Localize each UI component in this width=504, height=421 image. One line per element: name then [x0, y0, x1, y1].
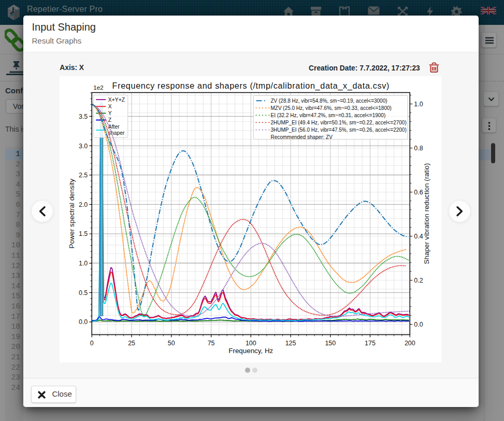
svg-text:25: 25: [128, 340, 136, 347]
svg-text:X+Y+Z: X+Y+Z: [108, 97, 125, 103]
svg-text:2HUMP_EI (49.4 Hz, vibr=50.1%,: 2HUMP_EI (49.4 Hz, vibr=50.1%, sm~=0.22,…: [271, 120, 407, 125]
svg-text:ZV (28.8 Hz, vibr=54.8%, sm~=0: ZV (28.8 Hz, vibr=54.8%, sm~=0.19, accel…: [271, 98, 387, 104]
svg-text:Power spectral density: Power spectral density: [68, 178, 76, 248]
svg-text:75: 75: [208, 340, 215, 347]
svg-text:0.5: 0.5: [79, 289, 88, 297]
svg-text:0: 0: [90, 340, 94, 347]
svg-text:175: 175: [365, 340, 376, 347]
svg-text:200: 200: [405, 340, 415, 347]
svg-text:0.4: 0.4: [414, 233, 423, 240]
svg-text:1.0: 1.0: [79, 260, 88, 267]
svg-text:125: 125: [285, 340, 296, 347]
svg-text:2.5: 2.5: [79, 172, 88, 179]
svg-text:0.0: 0.0: [79, 318, 88, 326]
svg-text:0.6: 0.6: [414, 189, 423, 196]
svg-text:100: 100: [246, 340, 256, 347]
svg-text:Frequency response and shapers: Frequency response and shapers (/tmp/cal…: [112, 81, 390, 91]
svg-text:Recommended shaper: ZV: Recommended shaper: ZV: [271, 134, 333, 140]
svg-text:X: X: [108, 104, 112, 109]
svg-text:3HUMP_EI (56.0 Hz, vibr=47.5%,: 3HUMP_EI (56.0 Hz, vibr=47.5%, sm~=0.26,…: [271, 127, 407, 133]
svg-text:Y: Y: [108, 110, 112, 116]
svg-text:1.5: 1.5: [79, 230, 88, 237]
svg-text:0.2: 0.2: [414, 277, 423, 284]
svg-text:50: 50: [168, 340, 175, 347]
svg-text:1.0: 1.0: [414, 101, 423, 108]
svg-text:Z: Z: [108, 117, 112, 123]
svg-text:1e2: 1e2: [94, 85, 104, 91]
svg-text:3.0: 3.0: [79, 143, 88, 150]
svg-text:150: 150: [325, 340, 336, 347]
svg-text:Shaper vibration reduction (ra: Shaper vibration reduction (ratio): [423, 163, 431, 264]
svg-text:0.8: 0.8: [414, 145, 423, 152]
svg-text:3.5: 3.5: [79, 113, 88, 120]
svg-text:2.0: 2.0: [79, 201, 88, 208]
svg-text:MZV (25.0 Hz, vibr=47.6%, sm~=: MZV (25.0 Hz, vibr=47.6%, sm~=0.33, acce…: [271, 105, 392, 111]
svg-text:0.0: 0.0: [414, 321, 423, 328]
svg-text:After: After: [108, 124, 120, 130]
svg-text:Frequency, Hz: Frequency, Hz: [229, 347, 273, 355]
svg-text:EI (32.2 Hz, vibr=47.2%, sm~=0: EI (32.2 Hz, vibr=47.2%, sm~=0.31, accel…: [271, 113, 386, 118]
